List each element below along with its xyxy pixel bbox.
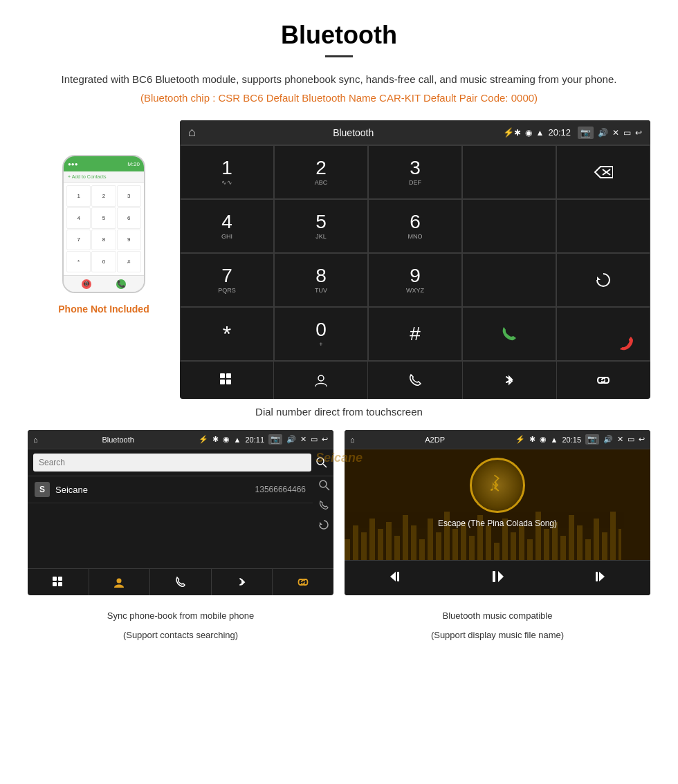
usb-icon: ⚡ [503,127,514,138]
call-button[interactable] [462,307,556,361]
contacts-action-button[interactable] [274,362,368,399]
key-6[interactable]: 6 MNO [368,199,462,253]
pb-home-icon[interactable]: ⌂ [33,436,38,444]
phonebook-caption: Sync phone-book from mobile phone (Suppo… [28,604,333,642]
svg-rect-37 [494,543,500,560]
phone-wrapper: ●●● M:20 + Add to Contacts 123 456 789 *… [28,120,180,315]
play-pause-button[interactable] [484,566,511,590]
pb-usb-icon: ⚡ [199,435,208,444]
location-icon: ◉ [525,128,532,138]
eq-visualization [345,505,621,560]
contact-row[interactable]: S Seicane 13566664466 [28,476,313,503]
phonebook-status-bar: ⌂ Bluetooth ⚡ ✱ ◉ ▲ 20:11 📷 🔊 ✕ ▭ ↩ [28,430,333,449]
svg-rect-41 [527,539,533,560]
svg-rect-51 [610,512,616,560]
svg-rect-55 [397,572,399,581]
pb-grid-btn[interactable] [28,569,89,595]
music-controls [345,560,650,595]
close-icon[interactable]: ✕ [612,128,619,138]
pb-phone-side-icon[interactable] [318,500,331,514]
music-status-bar: ⌂ A2DP ⚡ ✱ ◉ ▲ 20:15 📷 🔊 ✕ ▭ ↩ [345,430,650,449]
music-cam-icon: 📷 [585,434,599,445]
pb-contacts-btn[interactable] [89,569,151,595]
svg-rect-7 [226,380,231,384]
music-time: 20:15 [562,436,581,444]
svg-rect-47 [577,525,583,560]
pb-close-icon[interactable]: ✕ [300,435,306,444]
pb-refresh-side-icon[interactable] [318,519,331,533]
key-8[interactable]: 8 TUV [274,253,368,307]
music-home-icon[interactable]: ⌂ [350,436,355,444]
svg-rect-14 [53,577,57,581]
dialer-caption: Dial number direct from touchscreen [28,406,650,418]
title-divider [325,55,353,57]
music-back-icon[interactable]: ↩ [639,435,645,444]
grid-action-button[interactable] [180,362,274,399]
svg-rect-6 [220,380,225,384]
music-close-icon[interactable]: ✕ [617,435,623,444]
pb-cam-icon: 📷 [268,434,282,445]
svg-rect-21 [361,532,367,560]
key-star[interactable]: * [180,307,274,361]
phonebook-caption-line1: Sync phone-book from mobile phone [28,609,333,623]
key-2[interactable]: 2 ABC [274,145,368,199]
pb-time: 20:11 [245,436,264,444]
bluetooth-action-button[interactable] [463,362,557,399]
svg-rect-16 [53,582,57,586]
svg-rect-25 [394,536,400,560]
pb-phone-btn[interactable] [150,569,212,595]
music-screen-icon[interactable]: ▭ [627,435,634,444]
key-hash[interactable]: # [368,307,462,361]
bottom-captions: Sync phone-book from mobile phone (Suppo… [28,604,650,642]
svg-rect-26 [403,515,408,560]
phonebook-search-input[interactable] [33,454,311,472]
camera-icon[interactable]: 📷 [578,127,594,139]
next-track-button[interactable] [586,566,612,590]
search-icon [315,456,328,469]
subtitle-text: Integrated with BC6 Bluetooth module, su… [28,71,650,88]
key-0[interactable]: 0 + [274,307,368,361]
contact-letter: S [35,482,50,497]
pb-search-side-icon[interactable] [318,479,331,494]
album-art: ♪ [470,458,525,513]
music-vol-icon: 🔊 [603,435,613,444]
pb-bt-btn[interactable] [212,569,273,595]
phone-body: ●●● M:20 + Add to Contacts 123 456 789 *… [62,155,145,293]
screen-icon[interactable]: ▭ [623,128,631,138]
key-5[interactable]: 5 JKL [274,199,368,253]
phone-action-button[interactable] [368,362,462,399]
dialer-keypad: 1 ∿∿ 2 ABC 3 DEF 4 GHI [180,145,650,361]
pb-link-btn[interactable] [273,569,333,595]
contact-phone: 13566664466 [255,485,306,494]
svg-rect-36 [486,525,491,560]
key-9[interactable]: 9 WXYZ [368,253,462,307]
refresh-button[interactable] [556,253,650,307]
pb-back-icon[interactable]: ↩ [322,435,328,444]
svg-rect-43 [544,529,549,560]
key-1[interactable]: 1 ∿∿ [180,145,274,199]
status-time: 20:12 [548,127,571,138]
home-icon[interactable]: ⌂ [188,125,196,140]
link-action-button[interactable] [557,362,650,399]
key-3[interactable]: 3 DEF [368,145,462,199]
svg-rect-34 [469,536,475,560]
prev-track-button[interactable] [383,566,409,590]
svg-rect-39 [511,532,516,560]
volume-icon[interactable]: 🔊 [598,128,608,138]
phonebook-search-bar [28,449,333,476]
svg-rect-28 [419,539,425,560]
back-icon[interactable]: ↩ [635,128,642,138]
key-7[interactable]: 7 PQRS [180,253,274,307]
music-caption: Bluetooth music compatible (Support disp… [345,604,650,642]
music-caption-line1: Bluetooth music compatible [345,609,650,623]
svg-marker-13 [320,522,322,525]
svg-rect-29 [428,519,433,560]
key-4[interactable]: 4 GHI [180,199,274,253]
end-call-button[interactable] [556,307,650,361]
svg-rect-32 [452,529,458,560]
backspace-button[interactable] [556,145,650,199]
phone-not-included-label: Phone Not Included [58,304,149,315]
pb-screen-icon[interactable]: ▭ [311,435,318,444]
dialer-action-bar [180,361,650,399]
phonebook-bottom-bar [28,568,333,595]
